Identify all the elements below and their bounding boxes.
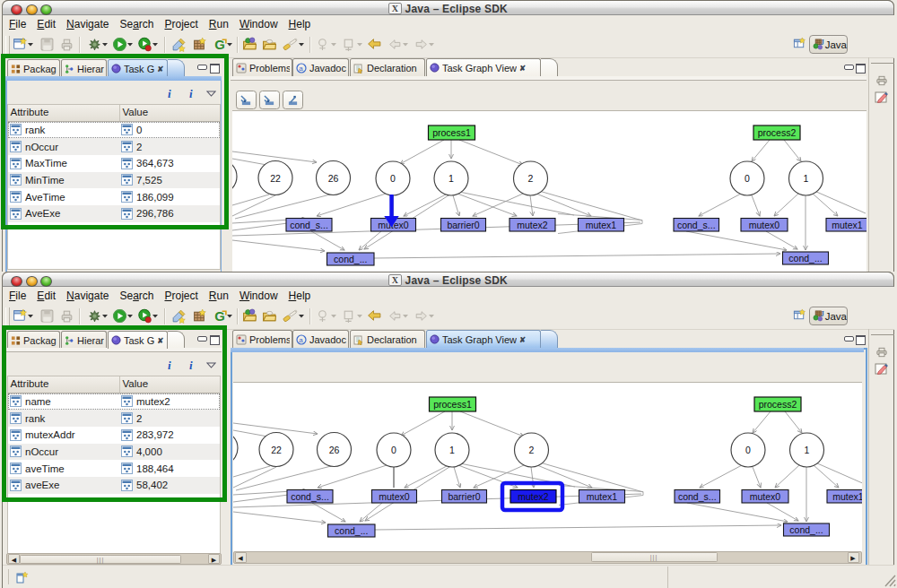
svg-text:mutex2: mutex2 [518, 491, 549, 502]
svg-text:process2: process2 [758, 399, 797, 410]
svg-text:mutex1: mutex1 [586, 491, 617, 502]
svg-text:22: 22 [271, 445, 282, 455]
svg-text:barrier0: barrier0 [448, 491, 480, 502]
svg-text:mutex1: mutex1 [586, 220, 617, 230]
svg-text:mutex1: mutex1 [832, 220, 863, 230]
svg-text:a: a [299, 335, 303, 343]
svg-text:cond_s...: cond_s... [677, 220, 716, 230]
svg-text:cond_s...: cond_s... [291, 491, 329, 502]
svg-text:1: 1 [804, 445, 809, 455]
svg-text:cond_...: cond_... [789, 524, 823, 535]
svg-text:0: 0 [745, 445, 751, 455]
svg-text:2: 2 [528, 445, 534, 455]
svg-text:26: 26 [328, 173, 339, 184]
svg-text:1: 1 [449, 445, 455, 455]
svg-text:J: J [821, 39, 824, 47]
svg-text:J: J [821, 310, 824, 318]
svg-text:0: 0 [391, 445, 396, 455]
svg-text:process1: process1 [433, 399, 472, 410]
svg-text:0: 0 [390, 173, 396, 184]
svg-text:mutex0: mutex0 [749, 491, 780, 502]
svg-text:cond_s...: cond_s... [290, 220, 328, 230]
svg-text:0: 0 [745, 173, 750, 184]
svg-text:cond_...: cond_... [335, 525, 368, 536]
svg-text:cond_...: cond_... [334, 254, 367, 264]
svg-text:process2: process2 [758, 127, 797, 138]
svg-text:a: a [299, 64, 303, 72]
svg-text:mutex0: mutex0 [749, 220, 780, 230]
svg-text:2: 2 [528, 173, 534, 184]
svg-text:mutex1: mutex1 [832, 491, 862, 502]
svg-text:mutex2: mutex2 [517, 220, 548, 230]
svg-text:cond_s...: cond_s... [677, 491, 716, 502]
svg-text:cond_...: cond_... [788, 253, 822, 264]
svg-text:process1: process1 [432, 127, 471, 138]
svg-text:22: 22 [270, 173, 281, 184]
svg-text:26: 26 [328, 445, 339, 455]
svg-text:barrier0: barrier0 [447, 220, 479, 230]
svg-text:mutex0: mutex0 [379, 491, 410, 502]
svg-text:1: 1 [448, 173, 454, 184]
svg-text:1: 1 [804, 173, 809, 184]
